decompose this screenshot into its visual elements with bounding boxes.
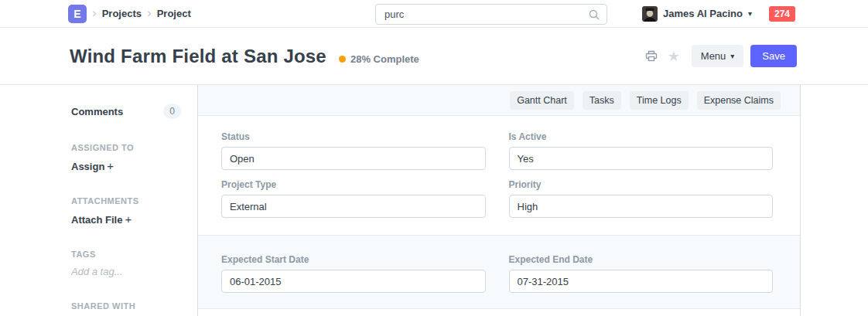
- comments-count-badge: 0: [163, 104, 181, 119]
- sidebar-section-shared-with: SHARED WITH: [71, 301, 181, 311]
- global-search: [375, 4, 607, 25]
- plus-icon: +: [125, 212, 132, 226]
- chevron-down-icon: ▾: [748, 10, 752, 18]
- field-project-type: Project Type: [221, 179, 486, 218]
- attach-file-label: Attach File: [71, 214, 122, 226]
- printer-icon: [645, 50, 658, 62]
- progress-label: 28% Complete: [350, 53, 419, 65]
- field-priority: Priority: [509, 179, 774, 218]
- attachments-heading: ATTACHMENTS: [71, 196, 181, 206]
- navbar-user-area: James Al Pacino ▾ 274: [642, 6, 795, 22]
- form-sidebar: Comments 0 ASSIGNED TO Assign+ ATTACHMEN…: [0, 85, 197, 316]
- chevron-down-icon: ▾: [730, 53, 734, 60]
- comments-label: Comments: [71, 106, 123, 117]
- chevron-right-icon: ›: [92, 6, 97, 19]
- expected-end-date-input[interactable]: [509, 270, 774, 293]
- sidebar-section-tags: TAGS Add a tag...: [71, 250, 181, 277]
- expense-claims-button[interactable]: Expense Claims: [697, 91, 781, 110]
- form-links-toolbar: Gantt Chart Tasks Time Logs Expense Clai…: [198, 85, 800, 116]
- status-input[interactable]: [221, 147, 486, 170]
- sidebar-item-comments[interactable]: Comments 0: [71, 104, 181, 119]
- print-button[interactable]: [644, 50, 659, 62]
- page-actions: ★ Menu ▾ Save: [644, 45, 797, 67]
- menu-button[interactable]: Menu ▾: [692, 45, 744, 67]
- expected-start-date-label: Expected Start Date: [221, 254, 486, 265]
- search-input[interactable]: [384, 8, 589, 20]
- form-content: Gantt Chart Tasks Time Logs Expense Clai…: [197, 85, 801, 316]
- sidebar-section-assigned-to: ASSIGNED TO Assign+: [71, 143, 181, 172]
- tags-heading: TAGS: [71, 250, 181, 259]
- is-active-input[interactable]: [509, 147, 774, 170]
- priority-input[interactable]: [509, 195, 774, 218]
- sidebar-section-attachments: ATTACHMENTS Attach File+: [71, 196, 181, 226]
- expected-start-date-input[interactable]: [221, 270, 486, 293]
- app-logo-letter: E: [73, 8, 80, 20]
- page-head: Wind Farm Field at San Jose 28% Complete…: [0, 28, 868, 85]
- progress-indicator: 28% Complete: [339, 53, 419, 65]
- assigned-to-heading: ASSIGNED TO: [71, 143, 181, 152]
- menu-button-label: Menu: [701, 50, 726, 62]
- user-avatar[interactable]: [642, 6, 658, 22]
- shared-with-heading: SHARED WITH: [71, 301, 181, 311]
- field-status: Status: [221, 131, 486, 170]
- breadcrumb-projects[interactable]: Projects: [102, 8, 142, 19]
- status-label: Status: [221, 131, 486, 142]
- expected-end-date-label: Expected End Date: [509, 254, 774, 265]
- form-section-details: Status Is Active Project Type Priority: [198, 116, 800, 236]
- field-expected-end-date: Expected End Date: [509, 254, 774, 293]
- page-title: Wind Farm Field at San Jose: [70, 46, 326, 67]
- notifications-badge[interactable]: 274: [769, 6, 795, 22]
- navbar: E › Projects › Project: [0, 0, 868, 28]
- app-logo[interactable]: E: [68, 5, 87, 23]
- gantt-chart-button[interactable]: Gantt Chart: [510, 91, 574, 110]
- app-window: E › Projects › Project: [0, 0, 868, 316]
- user-menu[interactable]: James Al Pacino: [663, 8, 743, 19]
- add-tag-field[interactable]: Add a tag...: [71, 266, 181, 277]
- project-type-label: Project Type: [221, 179, 486, 190]
- field-expected-start-date: Expected Start Date: [221, 254, 486, 293]
- assign-label: Assign: [71, 161, 104, 172]
- page-body: Comments 0 ASSIGNED TO Assign+ ATTACHMEN…: [0, 85, 868, 316]
- status-dot-icon: [339, 56, 346, 63]
- attach-file-button[interactable]: Attach File+: [71, 212, 181, 226]
- chevron-right-icon: ›: [147, 6, 152, 19]
- breadcrumb: E › Projects › Project: [68, 5, 191, 23]
- breadcrumb-project[interactable]: Project: [157, 8, 191, 19]
- right-gutter: [801, 85, 868, 316]
- priority-label: Priority: [509, 179, 774, 190]
- plus-icon: +: [107, 159, 114, 172]
- time-logs-button[interactable]: Time Logs: [630, 91, 689, 110]
- favorite-button[interactable]: ★: [666, 49, 682, 63]
- search-icon: [589, 9, 600, 20]
- tasks-button[interactable]: Tasks: [583, 91, 621, 110]
- project-type-input[interactable]: [221, 195, 486, 218]
- star-icon: ★: [668, 49, 680, 63]
- is-active-label: Is Active: [509, 131, 774, 142]
- field-is-active: Is Active: [509, 131, 774, 170]
- form-section-dates: Expected Start Date Expected End Date: [198, 236, 800, 309]
- assign-button[interactable]: Assign+: [71, 159, 181, 172]
- save-button[interactable]: Save: [750, 45, 797, 67]
